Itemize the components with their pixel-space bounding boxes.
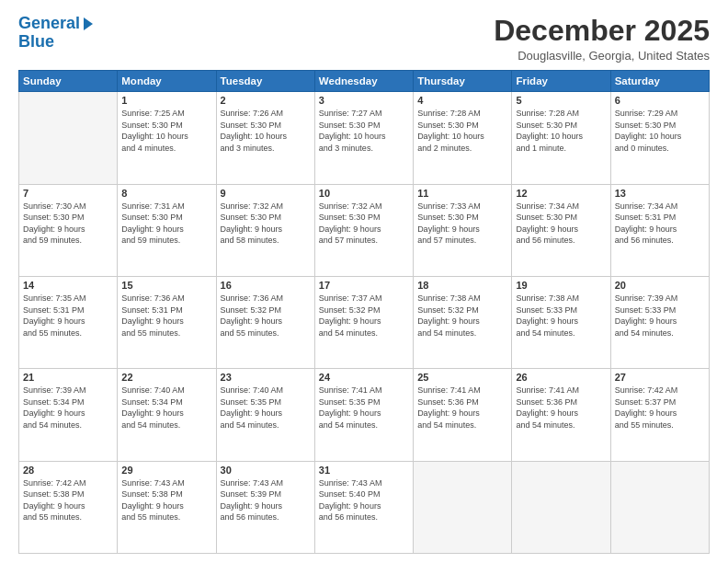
logo-text: General bbox=[18, 15, 80, 33]
day-info: Sunrise: 7:41 AM Sunset: 5:36 PM Dayligh… bbox=[516, 385, 606, 431]
calendar-week-1: 1Sunrise: 7:25 AM Sunset: 5:30 PM Daylig… bbox=[19, 92, 710, 184]
day-info: Sunrise: 7:28 AM Sunset: 5:30 PM Dayligh… bbox=[516, 108, 606, 154]
day-info: Sunrise: 7:34 AM Sunset: 5:30 PM Dayligh… bbox=[516, 201, 606, 247]
day-info: Sunrise: 7:25 AM Sunset: 5:30 PM Dayligh… bbox=[121, 108, 211, 154]
calendar-header-sunday: Sunday bbox=[19, 71, 118, 92]
calendar-cell: 8Sunrise: 7:31 AM Sunset: 5:30 PM Daylig… bbox=[118, 184, 216, 276]
day-number: 30 bbox=[221, 465, 311, 476]
logo-arrow-icon bbox=[84, 17, 93, 30]
calendar-cell: 4Sunrise: 7:28 AM Sunset: 5:30 PM Daylig… bbox=[414, 92, 512, 184]
calendar-cell: 28Sunrise: 7:42 AM Sunset: 5:38 PM Dayli… bbox=[19, 461, 118, 553]
calendar-cell bbox=[512, 461, 610, 553]
day-info: Sunrise: 7:39 AM Sunset: 5:34 PM Dayligh… bbox=[23, 385, 113, 431]
calendar-header-saturday: Saturday bbox=[610, 71, 709, 92]
calendar-cell: 19Sunrise: 7:38 AM Sunset: 5:33 PM Dayli… bbox=[512, 276, 610, 368]
calendar-cell: 24Sunrise: 7:41 AM Sunset: 5:35 PM Dayli… bbox=[314, 369, 413, 461]
calendar-cell: 31Sunrise: 7:43 AM Sunset: 5:40 PM Dayli… bbox=[314, 461, 413, 553]
calendar-header-wednesday: Wednesday bbox=[314, 71, 413, 92]
day-number: 19 bbox=[516, 280, 606, 291]
calendar-cell: 22Sunrise: 7:40 AM Sunset: 5:34 PM Dayli… bbox=[118, 369, 216, 461]
day-number: 26 bbox=[516, 372, 606, 383]
day-number: 2 bbox=[221, 95, 311, 106]
calendar-cell: 13Sunrise: 7:34 AM Sunset: 5:31 PM Dayli… bbox=[610, 184, 709, 276]
day-number: 14 bbox=[23, 280, 113, 291]
day-info: Sunrise: 7:40 AM Sunset: 5:35 PM Dayligh… bbox=[221, 385, 311, 431]
calendar-header-tuesday: Tuesday bbox=[216, 71, 314, 92]
day-number: 4 bbox=[417, 95, 507, 106]
calendar-week-2: 7Sunrise: 7:30 AM Sunset: 5:30 PM Daylig… bbox=[19, 184, 710, 276]
calendar-cell: 7Sunrise: 7:30 AM Sunset: 5:30 PM Daylig… bbox=[19, 184, 118, 276]
day-number: 15 bbox=[121, 280, 211, 291]
day-number: 6 bbox=[615, 95, 705, 106]
calendar-cell bbox=[610, 461, 709, 553]
page: General Blue December 2025 Douglasville,… bbox=[0, 0, 728, 563]
day-info: Sunrise: 7:31 AM Sunset: 5:30 PM Dayligh… bbox=[121, 201, 211, 247]
day-info: Sunrise: 7:28 AM Sunset: 5:30 PM Dayligh… bbox=[417, 108, 507, 154]
day-info: Sunrise: 7:32 AM Sunset: 5:30 PM Dayligh… bbox=[221, 201, 311, 247]
calendar-cell: 17Sunrise: 7:37 AM Sunset: 5:32 PM Dayli… bbox=[314, 276, 413, 368]
calendar-cell: 30Sunrise: 7:43 AM Sunset: 5:39 PM Dayli… bbox=[216, 461, 314, 553]
day-info: Sunrise: 7:27 AM Sunset: 5:30 PM Dayligh… bbox=[319, 108, 409, 154]
day-info: Sunrise: 7:41 AM Sunset: 5:36 PM Dayligh… bbox=[417, 385, 507, 431]
day-info: Sunrise: 7:38 AM Sunset: 5:32 PM Dayligh… bbox=[417, 293, 507, 339]
calendar-cell: 2Sunrise: 7:26 AM Sunset: 5:30 PM Daylig… bbox=[216, 92, 314, 184]
calendar-cell: 25Sunrise: 7:41 AM Sunset: 5:36 PM Dayli… bbox=[414, 369, 512, 461]
day-info: Sunrise: 7:26 AM Sunset: 5:30 PM Dayligh… bbox=[221, 108, 311, 154]
day-info: Sunrise: 7:34 AM Sunset: 5:31 PM Dayligh… bbox=[615, 201, 705, 247]
header-right: December 2025 Douglasville, Georgia, Uni… bbox=[494, 15, 710, 63]
day-info: Sunrise: 7:36 AM Sunset: 5:32 PM Dayligh… bbox=[221, 293, 311, 339]
calendar-cell bbox=[414, 461, 512, 553]
day-number: 3 bbox=[319, 95, 409, 106]
calendar-cell: 21Sunrise: 7:39 AM Sunset: 5:34 PM Dayli… bbox=[19, 369, 118, 461]
day-number: 16 bbox=[221, 280, 311, 291]
day-number: 24 bbox=[319, 372, 409, 383]
day-info: Sunrise: 7:43 AM Sunset: 5:40 PM Dayligh… bbox=[319, 477, 409, 523]
day-info: Sunrise: 7:35 AM Sunset: 5:31 PM Dayligh… bbox=[23, 293, 113, 339]
calendar-table: SundayMondayTuesdayWednesdayThursdayFrid… bbox=[18, 70, 710, 554]
calendar-cell: 10Sunrise: 7:32 AM Sunset: 5:30 PM Dayli… bbox=[314, 184, 413, 276]
day-number: 9 bbox=[221, 188, 311, 199]
calendar-cell: 12Sunrise: 7:34 AM Sunset: 5:30 PM Dayli… bbox=[512, 184, 610, 276]
calendar-cell bbox=[19, 92, 118, 184]
calendar-cell: 14Sunrise: 7:35 AM Sunset: 5:31 PM Dayli… bbox=[19, 276, 118, 368]
calendar-cell: 23Sunrise: 7:40 AM Sunset: 5:35 PM Dayli… bbox=[216, 369, 314, 461]
calendar-header-thursday: Thursday bbox=[414, 71, 512, 92]
day-info: Sunrise: 7:33 AM Sunset: 5:30 PM Dayligh… bbox=[417, 201, 507, 247]
calendar-cell: 1Sunrise: 7:25 AM Sunset: 5:30 PM Daylig… bbox=[118, 92, 216, 184]
calendar-week-5: 28Sunrise: 7:42 AM Sunset: 5:38 PM Dayli… bbox=[19, 461, 710, 553]
day-info: Sunrise: 7:37 AM Sunset: 5:32 PM Dayligh… bbox=[319, 293, 409, 339]
day-info: Sunrise: 7:43 AM Sunset: 5:39 PM Dayligh… bbox=[221, 477, 311, 523]
day-number: 7 bbox=[23, 188, 113, 199]
day-number: 31 bbox=[319, 465, 409, 476]
calendar-week-3: 14Sunrise: 7:35 AM Sunset: 5:31 PM Dayli… bbox=[19, 276, 710, 368]
day-info: Sunrise: 7:42 AM Sunset: 5:37 PM Dayligh… bbox=[615, 385, 705, 431]
calendar-cell: 29Sunrise: 7:43 AM Sunset: 5:38 PM Dayli… bbox=[118, 461, 216, 553]
calendar-header-monday: Monday bbox=[118, 71, 216, 92]
day-info: Sunrise: 7:40 AM Sunset: 5:34 PM Dayligh… bbox=[121, 385, 211, 431]
day-number: 10 bbox=[319, 188, 409, 199]
calendar-header-row: SundayMondayTuesdayWednesdayThursdayFrid… bbox=[19, 71, 710, 92]
calendar-cell: 5Sunrise: 7:28 AM Sunset: 5:30 PM Daylig… bbox=[512, 92, 610, 184]
day-info: Sunrise: 7:43 AM Sunset: 5:38 PM Dayligh… bbox=[121, 477, 211, 523]
logo-text2: Blue bbox=[18, 33, 54, 52]
calendar-cell: 15Sunrise: 7:36 AM Sunset: 5:31 PM Dayli… bbox=[118, 276, 216, 368]
day-number: 20 bbox=[615, 280, 705, 291]
calendar-cell: 6Sunrise: 7:29 AM Sunset: 5:30 PM Daylig… bbox=[610, 92, 709, 184]
logo: General Blue bbox=[18, 15, 93, 52]
day-info: Sunrise: 7:29 AM Sunset: 5:30 PM Dayligh… bbox=[615, 108, 705, 154]
day-number: 1 bbox=[121, 95, 211, 106]
calendar-cell: 18Sunrise: 7:38 AM Sunset: 5:32 PM Dayli… bbox=[414, 276, 512, 368]
day-info: Sunrise: 7:39 AM Sunset: 5:33 PM Dayligh… bbox=[615, 293, 705, 339]
calendar-cell: 27Sunrise: 7:42 AM Sunset: 5:37 PM Dayli… bbox=[610, 369, 709, 461]
day-number: 5 bbox=[516, 95, 606, 106]
calendar-cell: 9Sunrise: 7:32 AM Sunset: 5:30 PM Daylig… bbox=[216, 184, 314, 276]
day-number: 25 bbox=[417, 372, 507, 383]
calendar-cell: 3Sunrise: 7:27 AM Sunset: 5:30 PM Daylig… bbox=[314, 92, 413, 184]
calendar-week-4: 21Sunrise: 7:39 AM Sunset: 5:34 PM Dayli… bbox=[19, 369, 710, 461]
calendar-header-friday: Friday bbox=[512, 71, 610, 92]
day-info: Sunrise: 7:32 AM Sunset: 5:30 PM Dayligh… bbox=[319, 201, 409, 247]
day-number: 27 bbox=[615, 372, 705, 383]
header: General Blue December 2025 Douglasville,… bbox=[18, 15, 710, 63]
day-number: 11 bbox=[417, 188, 507, 199]
day-info: Sunrise: 7:38 AM Sunset: 5:33 PM Dayligh… bbox=[516, 293, 606, 339]
